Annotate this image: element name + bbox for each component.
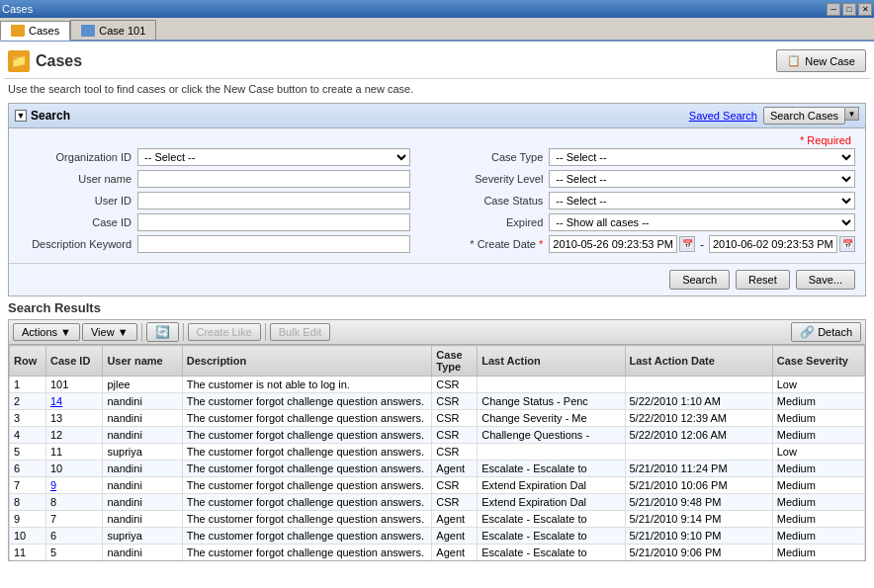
actions-label: Actions <box>22 326 57 338</box>
table-row: 313nandiniThe customer forgot challenge … <box>10 410 865 427</box>
create-date-to-input[interactable] <box>709 235 837 253</box>
cal-to-button[interactable]: 📅 <box>839 236 855 252</box>
view-label: View <box>91 326 115 338</box>
create-date-wrapper: 📅 - 📅 <box>549 235 855 253</box>
results-section: Search Results Actions ▼ View ▼ 🔄 Create… <box>8 300 866 561</box>
tab-bar: Cases Case 101 <box>0 18 874 42</box>
title-bar-controls: ─ □ ✕ <box>827 3 872 16</box>
cell-lastactiondate: 5/22/2010 1:10 AM <box>625 393 772 410</box>
header-lastactiondate: Last Action Date <box>625 346 772 377</box>
create-date-from-input[interactable] <box>549 235 677 253</box>
date-separator: - <box>697 238 707 250</box>
severity-select[interactable]: -- Select -- <box>549 170 855 188</box>
userid-row: User ID <box>19 192 410 210</box>
cell-severity: Medium <box>772 561 864 562</box>
maximize-button[interactable]: □ <box>842 3 856 16</box>
actions-button[interactable]: Actions ▼ <box>13 323 80 341</box>
minimize-button[interactable]: ─ <box>827 3 840 16</box>
cell-username: nandini <box>103 477 182 494</box>
expired-select[interactable]: -- Show all cases -- <box>549 213 855 231</box>
collapse-icon[interactable]: ▼ <box>15 110 27 122</box>
create-date-label: * Create Date <box>430 238 549 250</box>
table-row: 412nandiniThe customer forgot challenge … <box>10 427 865 444</box>
table-row: 115nandiniThe customer forgot challenge … <box>10 545 865 561</box>
cell-casetype: CSR <box>432 444 478 461</box>
cell-lastaction: Escalate - Escalate to <box>478 528 625 545</box>
cell-lastaction <box>478 377 625 393</box>
cell-caseid: 12 <box>46 427 103 444</box>
search-button[interactable]: Search <box>669 270 730 290</box>
search-panel-title-label: Search <box>31 109 70 123</box>
caseid-input[interactable] <box>137 213 410 231</box>
view-arrow-icon: ▼ <box>118 326 129 338</box>
search-cases-button[interactable]: Search Cases <box>763 107 845 125</box>
cell-lastactiondate <box>625 444 772 461</box>
casestatus-select[interactable]: -- Select -- <box>549 192 855 210</box>
toolbar-divider-2 <box>183 323 184 341</box>
cell-description: The customer forgot challenge question a… <box>182 511 432 528</box>
caseid-link[interactable]: 9 <box>50 479 56 491</box>
cell-caseid: 13 <box>46 410 103 427</box>
table-row: 97nandiniThe customer forgot challenge q… <box>10 511 865 528</box>
cell-description: The customer forgot challenge question a… <box>182 444 432 461</box>
cell-row-num: 4 <box>10 427 46 444</box>
header-caseid: Case ID <box>46 346 103 377</box>
form-left-col: Organization ID -- Select -- User name U… <box>19 148 410 257</box>
close-button[interactable]: ✕ <box>858 3 872 16</box>
view-button[interactable]: View ▼ <box>82 323 137 341</box>
header-lastaction: Last Action <box>478 346 625 377</box>
save-button[interactable]: Save... <box>796 270 855 290</box>
detach-button[interactable]: 🔗 Detach <box>791 322 861 342</box>
caseid-link[interactable]: 14 <box>50 395 62 407</box>
tab-cases[interactable]: Cases <box>0 21 70 41</box>
create-like-button[interactable]: Create Like <box>188 323 261 341</box>
tab-case101[interactable]: Case 101 <box>70 20 156 40</box>
cell-severity: Medium <box>772 528 864 545</box>
saved-search-link[interactable]: Saved Search <box>689 110 757 122</box>
expired-label: Expired <box>430 216 549 228</box>
userid-label: User ID <box>19 195 137 207</box>
search-cases-dropdown-arrow[interactable]: ▼ <box>845 107 859 121</box>
create-like-label: Create Like <box>197 326 252 338</box>
results-table-wrapper[interactable]: Row Case ID User name Description CaseTy… <box>8 344 866 561</box>
form-grid: Organization ID -- Select -- User name U… <box>19 148 855 257</box>
cell-severity: Medium <box>772 511 864 528</box>
userid-input[interactable] <box>137 192 410 210</box>
cell-lastactiondate: 5/21/2010 9:14 PM <box>625 511 772 528</box>
cell-lastaction: Challenge Questions - <box>478 427 625 444</box>
casetype-select[interactable]: -- Select -- <box>549 148 855 166</box>
cell-description: The customer forgot challenge question a… <box>182 528 432 545</box>
cell-lastactiondate: 5/21/2010 9:10 PM <box>625 528 772 545</box>
table-row: 124nandiniThe customer forgot challenge … <box>10 561 865 562</box>
search-panel: ▼ Search Saved Search Search Cases ▼ * R… <box>8 103 866 296</box>
username-input[interactable] <box>137 170 410 188</box>
search-panel-actions: Saved Search Search Cases ▼ <box>689 107 859 125</box>
cases-icon: 📁 <box>11 53 27 68</box>
username-row: User name <box>19 170 410 188</box>
reset-button[interactable]: Reset <box>736 270 790 290</box>
page-icon: 📁 <box>8 50 30 72</box>
bulk-edit-button[interactable]: Bulk Edit <box>270 323 330 341</box>
results-table: Row Case ID User name Description CaseTy… <box>9 345 865 561</box>
bulk-edit-label: Bulk Edit <box>279 326 321 338</box>
expired-row: Expired -- Show all cases -- <box>430 213 855 231</box>
desc-kw-input[interactable] <box>137 235 410 253</box>
cell-description: The customer forgot challenge question a… <box>182 461 432 477</box>
cell-row-num: 10 <box>10 528 46 545</box>
cell-row-num: 11 <box>10 545 46 561</box>
case101-tab-label: Case 101 <box>99 25 145 37</box>
page-title-area: 📁 Cases <box>8 50 82 72</box>
cell-description: The customer forgot challenge question a… <box>182 393 432 410</box>
page-title: Cases <box>36 52 82 70</box>
cell-lastactiondate: 5/22/2010 12:06 AM <box>625 427 772 444</box>
table-row: 106supriyaThe customer forgot challenge … <box>10 528 865 545</box>
cell-username: nandini <box>103 511 182 528</box>
new-case-button[interactable]: 📋 New Case <box>776 49 866 72</box>
severity-label: Severity Level <box>430 173 549 185</box>
org-id-select[interactable]: -- Select -- <box>137 148 410 166</box>
desc-kw-label: Description Keyword <box>19 238 137 250</box>
refresh-button[interactable]: 🔄 <box>146 322 179 342</box>
form-right-col: Case Type -- Select -- Severity Level --… <box>430 148 855 257</box>
cal-from-button[interactable]: 📅 <box>679 236 695 252</box>
cell-casetype: CSR <box>432 377 478 393</box>
